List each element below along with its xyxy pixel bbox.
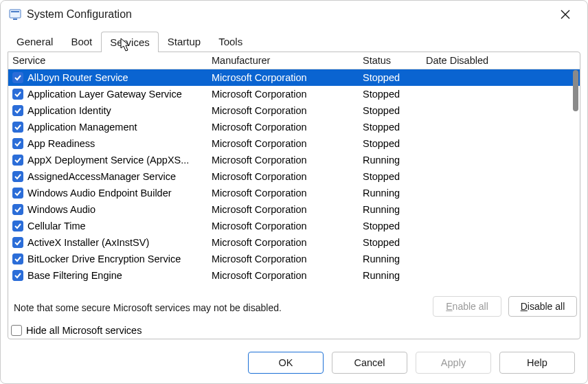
services-panel: Service Manufacturer Status Date Disable…: [8, 52, 580, 339]
table-row[interactable]: App ReadinessMicrosoft CorporationStoppe…: [8, 135, 580, 152]
table-row[interactable]: Application Layer Gateway ServiceMicroso…: [8, 86, 580, 102]
col-service[interactable]: Service: [8, 52, 207, 69]
enable-all-button[interactable]: Enable all: [433, 296, 501, 317]
service-name: Cellular Time: [27, 221, 86, 231]
services-table-wrap: Service Manufacturer Status Date Disable…: [8, 52, 580, 295]
status-cell: Running: [359, 152, 422, 168]
service-name: ActiveX Installer (AxInstSV): [27, 237, 149, 248]
status-cell: Stopped: [359, 119, 422, 135]
status-cell: Running: [359, 267, 422, 284]
hide-ms-row: Hide all Microsoft services: [8, 322, 580, 339]
table-row[interactable]: AllJoyn Router ServiceMicrosoft Corporat…: [8, 69, 580, 86]
service-name: BitLocker Drive Encryption Service: [27, 253, 181, 264]
manufacturer-cell: Microsoft Corporation: [207, 135, 359, 152]
service-name: Windows Audio Endpoint Builder: [27, 188, 172, 199]
table-row[interactable]: AppX Deployment Service (AppXS...Microso…: [8, 152, 580, 168]
status-cell: Running: [359, 251, 422, 267]
help-button[interactable]: Help: [499, 352, 575, 374]
status-cell: Running: [359, 185, 422, 201]
row-checkbox[interactable]: [12, 122, 23, 133]
ok-button[interactable]: OK: [248, 352, 324, 374]
table-row[interactable]: Windows AudioMicrosoft CorporationRunnin…: [8, 201, 580, 218]
col-status[interactable]: Status: [359, 52, 422, 69]
table-row[interactable]: Windows Audio Endpoint BuilderMicrosoft …: [8, 185, 580, 201]
date-disabled-cell: [422, 201, 580, 218]
table-row[interactable]: AssignedAccessManager ServiceMicrosoft C…: [8, 168, 580, 185]
row-checkbox[interactable]: [12, 72, 23, 83]
cancel-button[interactable]: Cancel: [332, 352, 407, 374]
service-name: Windows Audio: [27, 204, 95, 215]
manufacturer-cell: Microsoft Corporation: [207, 201, 359, 218]
table-row[interactable]: Application IdentityMicrosoft Corporatio…: [8, 102, 580, 119]
manufacturer-cell: Microsoft Corporation: [207, 218, 359, 234]
tab-startup[interactable]: Startup: [159, 31, 210, 52]
table-row[interactable]: ActiveX Installer (AxInstSV)Microsoft Co…: [8, 234, 580, 251]
row-checkbox[interactable]: [12, 270, 23, 281]
tab-strip: GeneralBootServicesStartupTools: [1, 31, 587, 52]
hide-ms-label[interactable]: Hide all Microsoft services: [26, 325, 142, 336]
row-checkbox[interactable]: [12, 221, 23, 231]
table-scrollbar[interactable]: [573, 70, 578, 111]
date-disabled-cell: [422, 267, 580, 284]
date-disabled-cell: [422, 102, 580, 119]
row-checkbox[interactable]: [12, 138, 23, 149]
service-name: Application Layer Gateway Service: [27, 89, 182, 100]
disable-all-button[interactable]: Disable all: [508, 296, 577, 317]
manufacturer-cell: Microsoft Corporation: [207, 267, 359, 284]
svg-rect-0: [10, 10, 21, 18]
status-cell: Stopped: [359, 135, 422, 152]
date-disabled-cell: [422, 234, 580, 251]
col-date-disabled[interactable]: Date Disabled: [422, 52, 580, 69]
row-checkbox[interactable]: [12, 105, 23, 116]
manufacturer-cell: Microsoft Corporation: [207, 102, 359, 119]
table-row[interactable]: Base Filtering EngineMicrosoft Corporati…: [8, 267, 580, 284]
apply-button[interactable]: Apply: [416, 352, 491, 374]
manufacturer-cell: Microsoft Corporation: [207, 69, 359, 86]
services-table: Service Manufacturer Status Date Disable…: [8, 52, 580, 284]
tab-services[interactable]: Services: [101, 32, 159, 52]
manufacturer-cell: Microsoft Corporation: [207, 234, 359, 251]
manufacturer-cell: Microsoft Corporation: [207, 251, 359, 267]
tab-tools[interactable]: Tools: [210, 31, 251, 52]
row-checkbox[interactable]: [12, 155, 23, 166]
table-row[interactable]: BitLocker Drive Encryption ServiceMicros…: [8, 251, 580, 267]
status-cell: Stopped: [359, 69, 422, 86]
svg-rect-1: [11, 11, 19, 12]
service-name: Application Identity: [27, 105, 111, 116]
tab-boot[interactable]: Boot: [62, 31, 101, 52]
svg-rect-2: [13, 19, 17, 20]
service-name: Application Management: [27, 122, 137, 133]
note-text: Note that some secure Microsoft services…: [11, 300, 284, 313]
status-cell: Stopped: [359, 86, 422, 102]
col-manufacturer[interactable]: Manufacturer: [207, 52, 359, 69]
row-checkbox[interactable]: [12, 89, 23, 100]
row-checkbox[interactable]: [12, 171, 23, 182]
date-disabled-cell: [422, 218, 580, 234]
tab-general[interactable]: General: [8, 31, 62, 52]
service-name: AppX Deployment Service (AppXS...: [27, 155, 189, 166]
date-disabled-cell: [422, 168, 580, 185]
row-checkbox[interactable]: [12, 237, 23, 248]
table-row[interactable]: Cellular TimeMicrosoft CorporationStoppe…: [8, 218, 580, 234]
date-disabled-cell: [422, 185, 580, 201]
manufacturer-cell: Microsoft Corporation: [207, 168, 359, 185]
manufacturer-cell: Microsoft Corporation: [207, 86, 359, 102]
manufacturer-cell: Microsoft Corporation: [207, 152, 359, 168]
close-button[interactable]: [552, 1, 579, 28]
status-cell: Running: [359, 201, 422, 218]
system-configuration-window: System Configuration GeneralBootServices…: [0, 0, 588, 384]
status-cell: Stopped: [359, 102, 422, 119]
manufacturer-cell: Microsoft Corporation: [207, 185, 359, 201]
hide-ms-checkbox[interactable]: [11, 325, 22, 336]
date-disabled-cell: [422, 86, 580, 102]
row-checkbox[interactable]: [12, 188, 23, 199]
row-checkbox[interactable]: [12, 253, 23, 264]
titlebar: System Configuration: [1, 1, 587, 28]
row-checkbox[interactable]: [12, 204, 23, 215]
date-disabled-cell: [422, 69, 580, 86]
table-row[interactable]: Application ManagementMicrosoft Corporat…: [8, 119, 580, 135]
date-disabled-cell: [422, 251, 580, 267]
date-disabled-cell: [422, 119, 580, 135]
service-name: AssignedAccessManager Service: [27, 171, 176, 182]
below-table-row: Note that some secure Microsoft services…: [8, 295, 580, 322]
